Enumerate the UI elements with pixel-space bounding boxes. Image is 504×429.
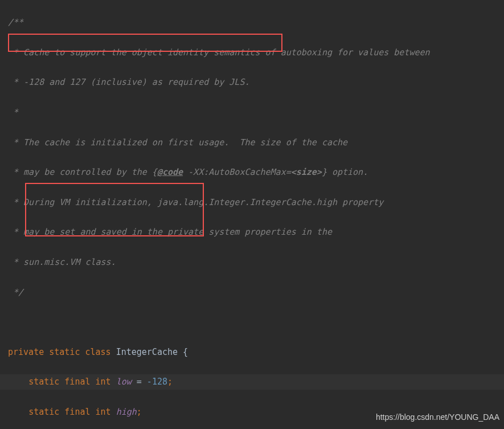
javadoc-comment: */ [8,287,23,297]
javadoc-comment: } option. [322,167,368,177]
keyword: private [8,347,44,357]
watermark: https://blog.csdn.net/YOUNG_DAA [376,410,499,424]
code-line: * -128 and 127 (inclusive) as required b… [0,75,504,89]
code-line: */ [0,285,504,300]
code-line: * Cache to support the object identity s… [0,45,504,60]
code-line: * The cache is initialized on first usag… [0,135,504,150]
number: -128 [147,377,167,387]
code-line: * sun.misc.VM class. [0,255,504,269]
semicolon: ; [137,407,142,417]
javadoc-comment: * The cache is initialized on first usag… [8,137,347,148]
javadoc-comment: * Cache to support the object identity s… [8,47,430,58]
code-line: * may be set and saved in the private sy… [0,224,504,239]
keyword: final [64,377,90,387]
javadoc-comment: * -128 and 127 (inclusive) as required b… [8,77,249,87]
keyword: final [64,407,90,417]
javadoc-param: <size> [291,167,322,177]
code-line: private static class IntegerCache { [0,345,504,359]
javadoc-comment: * During VM initialization, java.lang.In… [8,197,383,207]
code-line: /** [0,15,504,30]
javadoc-comment: * [8,107,18,117]
keyword: int [96,377,111,387]
semicolon: ; [167,377,173,387]
keyword: class [85,347,110,357]
javadoc-comment: -XX:AutoBoxCacheMax= [183,167,291,177]
field: low [116,377,132,387]
keyword: static [49,347,80,357]
javadoc-tag: @code [157,167,183,177]
keyword: static [28,377,59,387]
javadoc-comment: /** [8,17,23,27]
code-editor[interactable]: /** * Cache to support the object identi… [0,0,504,429]
javadoc-comment: * may be controlled by the { [8,167,157,177]
code-line: * During VM initialization, java.lang.In… [0,195,504,210]
operator: = [137,377,142,387]
keyword: int [96,407,111,417]
javadoc-comment: * sun.misc.VM class. [8,257,116,267]
javadoc-comment: * may be set and saved in the private sy… [8,227,332,237]
code-line [0,314,504,329]
code-line: * may be controlled by the {@code -XX:Au… [0,165,504,179]
class-name: IntegerCache [116,347,178,357]
field: high [116,407,137,417]
brace: { [183,347,188,357]
code-line-current: static final int low = -128; [0,374,504,389]
keyword: static [28,407,59,417]
code-line: * [0,105,504,120]
